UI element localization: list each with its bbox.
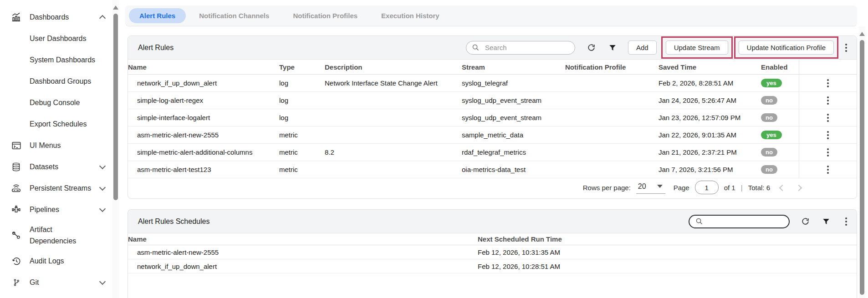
sidebar-item-artifact-dependencies[interactable]: Artifact Dependencies bbox=[0, 220, 112, 250]
row-actions-kebab-icon[interactable] bbox=[824, 113, 832, 123]
alert-rules-search[interactable] bbox=[466, 41, 575, 55]
table-row[interactable]: network_if_up_down_alert Feb 12, 2026, 1… bbox=[128, 259, 857, 273]
cell-description: Network Interface State Change Alert bbox=[325, 79, 462, 87]
tab-label: Execution History bbox=[381, 12, 439, 20]
row-actions-kebab-icon[interactable] bbox=[824, 130, 832, 140]
caret-down-icon bbox=[657, 185, 663, 188]
table-row[interactable]: asm-metric-alert-new-2555 metric sample_… bbox=[128, 126, 857, 144]
schedules-search[interactable] bbox=[689, 215, 790, 228]
column-header: Next Scheduled Run Time bbox=[478, 235, 857, 243]
cell-next-scheduled-run-time: Feb 12, 2026, 10:31:35 AM bbox=[478, 248, 857, 256]
table-row[interactable]: simple-interface-logalert log syslog_udp… bbox=[128, 109, 857, 126]
row-actions-kebab-icon[interactable] bbox=[824, 147, 832, 157]
table-row[interactable]: asm-metric-alert-new-2555 Feb 12, 2026, … bbox=[128, 245, 857, 259]
cell-stream: rdaf_telegraf_metrics bbox=[462, 148, 565, 156]
pagination-separator: | bbox=[741, 184, 743, 192]
column-header: Description bbox=[325, 63, 462, 71]
page-of-label: of 1 bbox=[724, 184, 735, 192]
sidebar: Dashboards User Dashboards System Dashbo… bbox=[0, 0, 112, 298]
chevron-icon bbox=[99, 184, 106, 190]
tab-execution-history[interactable]: Execution History bbox=[371, 8, 450, 23]
cell-saved-time: Feb 2, 2026, 8:28:51 AM bbox=[659, 79, 761, 87]
cell-type: metric bbox=[279, 148, 325, 156]
cell-name: asm-metric-alert-test123 bbox=[128, 166, 279, 173]
sidebar-item-user-dashboards[interactable]: User Dashboards bbox=[0, 28, 112, 49]
search-icon bbox=[695, 216, 703, 227]
search-input[interactable] bbox=[707, 217, 783, 226]
alert-rules-panel: Alert Rules Add bbox=[128, 35, 857, 199]
sidebar-item-git[interactable]: Git bbox=[0, 272, 112, 293]
row-actions-kebab-icon[interactable] bbox=[824, 96, 832, 106]
sidebar-item-persistent-streams[interactable]: Persistent Streams bbox=[0, 177, 112, 199]
app-window: Dashboards User Dashboards System Dashbo… bbox=[0, 0, 868, 298]
table-row[interactable]: asm-metric-alert-test123 metric oia-metr… bbox=[128, 161, 857, 178]
enabled-badge: yes bbox=[761, 79, 782, 87]
main-scrollbar[interactable] bbox=[859, 26, 865, 298]
sidebar-item-debug-console[interactable]: Debug Console bbox=[0, 92, 112, 113]
previous-page-button[interactable] bbox=[779, 184, 786, 191]
sidebar-item-label: System Dashboards bbox=[30, 56, 95, 64]
refresh-icon[interactable] bbox=[586, 42, 597, 54]
alert-rules-table-header: NameTypeDescriptionStreamNotification Pr… bbox=[128, 60, 857, 75]
schedules-table-header: NameNext Scheduled Run Time bbox=[128, 233, 857, 245]
rows-per-page-label: Rows per page: bbox=[583, 184, 631, 192]
next-page-button[interactable] bbox=[796, 184, 802, 191]
sidebar-item-ui-menus[interactable]: UI Menus bbox=[0, 135, 112, 156]
cell-stream: oia-metrics-data_test bbox=[462, 166, 565, 173]
sidebar-item-datasets[interactable]: Datasets bbox=[0, 156, 112, 177]
table-row[interactable]: network_if_up_down_alert log Network Int… bbox=[128, 75, 857, 92]
alert-rules-panel-header: Alert Rules Add bbox=[128, 36, 857, 60]
pipeline-icon bbox=[10, 204, 22, 215]
update-stream-button[interactable]: Update Stream bbox=[666, 40, 728, 55]
row-actions-kebab-icon[interactable] bbox=[824, 78, 832, 88]
rows-per-page-select[interactable]: 20 bbox=[636, 182, 665, 194]
column-header: Type bbox=[279, 63, 325, 71]
tab-label: Notification Profiles bbox=[293, 12, 357, 20]
tab-notification-profiles[interactable]: Notification Profiles bbox=[282, 8, 368, 23]
main-scrollbar-thumb[interactable] bbox=[860, 40, 864, 295]
cell-type: metric bbox=[279, 166, 325, 173]
tab-notification-channels[interactable]: Notification Channels bbox=[189, 8, 280, 23]
panel-title: Alert Rules Schedules bbox=[138, 217, 209, 226]
row-actions-kebab-icon[interactable] bbox=[824, 165, 832, 175]
total-count-label: Total: 6 bbox=[748, 184, 770, 192]
sidebar-item-pipelines[interactable]: Pipelines bbox=[0, 199, 112, 220]
table-row[interactable]: simple-log-alert-regex log syslog_udp_ev… bbox=[128, 92, 857, 109]
search-input[interactable] bbox=[484, 43, 569, 52]
cell-name: simple-metric-alert-additional-columns bbox=[128, 148, 279, 156]
sidebar-item-export-schedules[interactable]: Export Schedules bbox=[0, 113, 112, 135]
history-icon bbox=[10, 256, 22, 267]
git-branch-icon bbox=[10, 277, 22, 288]
sidebar-item-system-dashboards[interactable]: System Dashboards bbox=[0, 49, 112, 71]
database-icon bbox=[10, 162, 22, 172]
schedules-panel-header: Alert Rules Schedules bbox=[128, 210, 857, 233]
filter-icon[interactable] bbox=[607, 42, 618, 54]
cell-type: metric bbox=[279, 131, 325, 139]
alert-rules-schedules-panel: Alert Rules Schedules NameNext S bbox=[128, 209, 857, 298]
sidebar-item-audit-logs[interactable]: Audit Logs bbox=[0, 250, 112, 272]
sidebar-scrollbar[interactable] bbox=[112, 0, 119, 298]
bar-chart-icon bbox=[10, 12, 22, 23]
sidebar-item-dashboards[interactable]: Dashboards bbox=[0, 6, 112, 28]
panel-kebab-menu-icon[interactable] bbox=[842, 43, 850, 53]
cell-name: simple-interface-logalert bbox=[128, 114, 279, 121]
refresh-icon[interactable] bbox=[799, 216, 811, 227]
terminal-window-icon bbox=[10, 140, 22, 151]
filter-icon[interactable] bbox=[820, 216, 832, 227]
page-number-input[interactable] bbox=[695, 181, 719, 194]
enabled-badge: no bbox=[761, 113, 777, 122]
column-header: Saved Time bbox=[659, 63, 761, 71]
sidebar-item-dashboard-groups[interactable]: Dashboard Groups bbox=[0, 71, 112, 92]
update-notification-profile-button[interactable]: Update Notification Profile bbox=[739, 40, 834, 55]
panel-kebab-menu-icon[interactable] bbox=[842, 217, 850, 227]
update-notification-profile-highlight-box: Update Notification Profile bbox=[734, 36, 838, 59]
scroll-up-arrow-icon[interactable] bbox=[113, 5, 118, 10]
add-button[interactable]: Add bbox=[628, 40, 657, 55]
tab-alert-rules[interactable]: Alert Rules bbox=[129, 8, 186, 23]
enabled-badge: no bbox=[761, 165, 777, 174]
scroll-up-arrow-icon[interactable] bbox=[859, 32, 865, 36]
column-header: Enabled bbox=[761, 63, 799, 71]
table-row[interactable]: simple-metric-alert-additional-columns m… bbox=[128, 144, 857, 161]
chevron-icon bbox=[99, 162, 106, 169]
sidebar-scrollbar-thumb[interactable] bbox=[113, 14, 118, 200]
